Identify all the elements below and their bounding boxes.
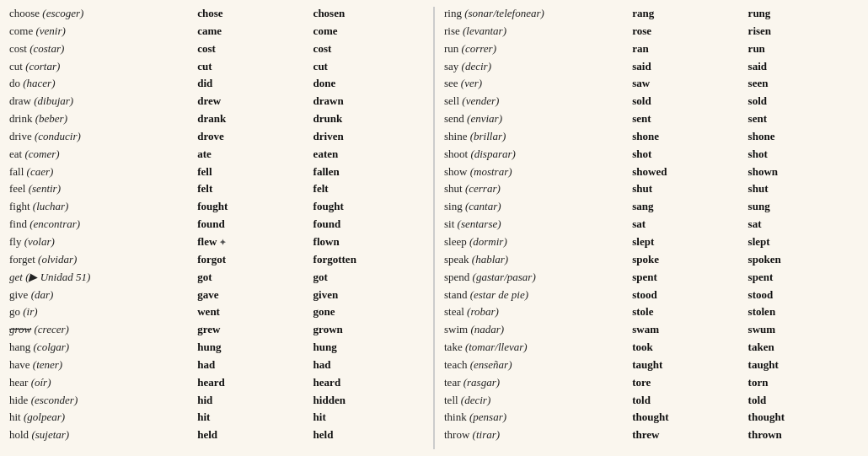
verb-base: find (encontrar) (7, 216, 195, 233)
verb-past: chose (195, 5, 310, 23)
verb-base: show (mostrar) (442, 164, 630, 181)
table-row: shoot (disparar)shotshot (442, 146, 861, 164)
table-row: sleep (dormir)sleptslept (442, 233, 861, 251)
verb-past-participle: sat (746, 216, 861, 233)
verb-base: drink (beber) (7, 110, 195, 128)
table-row: hit (golpear)hithit (7, 409, 426, 426)
verb-past: went (195, 303, 310, 321)
verb-base: give (dar) (7, 287, 195, 304)
table-row: forget (olvidar)forgotforgotten (7, 251, 426, 269)
verb-past: shut (630, 180, 745, 198)
verb-word: shine (444, 130, 467, 142)
verb-past-participle: shone (746, 128, 861, 146)
verb-base: say (decir) (442, 58, 630, 76)
verb-word: cut (9, 60, 23, 72)
verb-past-participle: hit (311, 409, 426, 426)
verb-past: saw (630, 75, 745, 93)
verb-past-participle: sung (746, 198, 861, 216)
verb-word: have (9, 358, 30, 371)
verb-past-participle: fought (311, 198, 426, 216)
table-row: fly (volar)flew ✦flown (7, 233, 426, 251)
verb-word: tear (444, 376, 460, 389)
table-row: speak (hablar)spokespoken (442, 251, 861, 269)
verb-word: throw (444, 428, 469, 441)
verb-past: shone (630, 128, 745, 146)
verb-past: held (195, 426, 310, 444)
verb-past: gave (195, 287, 310, 304)
table-row: cut (cortar)cutcut (7, 58, 426, 76)
verb-word: sit (444, 217, 454, 230)
verb-past-participle: shut (746, 180, 861, 198)
verb-past-participle: drunk (311, 110, 426, 128)
verb-past-participle: run (746, 40, 861, 58)
verb-past: hung (195, 339, 310, 357)
verb-base: sleep (dormir) (442, 233, 630, 251)
verb-word: rise (444, 24, 460, 37)
verb-word: take (444, 341, 463, 353)
verb-past: hid (195, 392, 310, 410)
verb-past: fought (195, 198, 310, 216)
verb-past: drank (195, 110, 310, 128)
verb-word: hit (9, 410, 21, 423)
verb-word: hang (9, 341, 30, 353)
table-row: hang (colgar)hunghung (7, 339, 426, 357)
verb-word: ring (444, 7, 462, 19)
table-row: fall (caer)fellfallen (7, 164, 426, 181)
verb-past-participle: found (311, 216, 426, 233)
verb-word: forget (9, 253, 35, 266)
table-row: sing (cantar)sangsung (442, 198, 861, 216)
verb-past-participle: forgotten (311, 251, 426, 269)
verb-past: took (630, 339, 745, 357)
verb-past: taught (630, 357, 745, 374)
verb-word: steal (444, 305, 464, 318)
verb-past-participle: shown (746, 164, 861, 181)
verb-past: thought (630, 409, 745, 426)
verb-past: spent (630, 269, 745, 287)
verb-word: do (9, 77, 20, 89)
verb-word: run (444, 42, 458, 55)
verb-past: tore (630, 374, 745, 392)
verb-word: drink (9, 112, 32, 125)
verb-past-participle: shot (746, 146, 861, 164)
verb-past-participle: chosen (311, 5, 426, 23)
verb-word: fight (9, 200, 30, 212)
verb-base: fight (luchar) (7, 198, 195, 216)
right-verb-table: ring (sonar/telefonear)rangrungrise (lev… (442, 5, 861, 444)
verb-word: sleep (444, 235, 467, 248)
table-row: take (tomar/llevar)tooktaken (442, 339, 861, 357)
verb-past: threw (630, 426, 745, 444)
verb-past-participle: eaten (311, 146, 426, 164)
verb-past: swam (630, 321, 745, 339)
verb-word: teach (444, 358, 467, 371)
verb-past-participle: rung (746, 5, 861, 23)
table-row: shine (brillar)shoneshone (442, 128, 861, 146)
verb-past-participle: torn (746, 374, 861, 392)
verb-past-participle: stood (746, 287, 861, 304)
verb-word: tell (444, 394, 458, 406)
verb-past-participle: felt (311, 180, 426, 198)
verb-base: sit (sentarse) (442, 216, 630, 233)
verb-base: go (ir) (7, 303, 195, 321)
table-row: eat (comer)ateeaten (7, 146, 426, 164)
verb-word: say (444, 60, 458, 72)
verb-past-participle: drawn (311, 93, 426, 110)
table-row: send (enviar)sentsent (442, 110, 861, 128)
table-row: choose (escoger)chosechosen (7, 5, 426, 23)
verb-base: sell (vender) (442, 93, 630, 110)
verb-base: stand (estar de pie) (442, 287, 630, 304)
verb-word: drive (9, 130, 32, 142)
verb-word: stand (444, 288, 467, 301)
verb-past: forgot (195, 251, 310, 269)
verb-base: tell (decir) (442, 392, 630, 410)
verb-past-participle: fallen (311, 164, 426, 181)
verb-past-participle: sold (746, 93, 861, 110)
verb-word: sell (444, 94, 459, 107)
note-icon: ✦ (217, 238, 226, 247)
table-row: throw (tirar)threwthrown (442, 426, 861, 444)
verb-past-participle: spoken (746, 251, 861, 269)
verb-base: throw (tirar) (442, 426, 630, 444)
table-row: come (venir)camecome (7, 23, 426, 40)
verb-word: show (444, 165, 467, 178)
verb-base: take (tomar/llevar) (442, 339, 630, 357)
verb-base: grow (crecer) (7, 321, 195, 339)
